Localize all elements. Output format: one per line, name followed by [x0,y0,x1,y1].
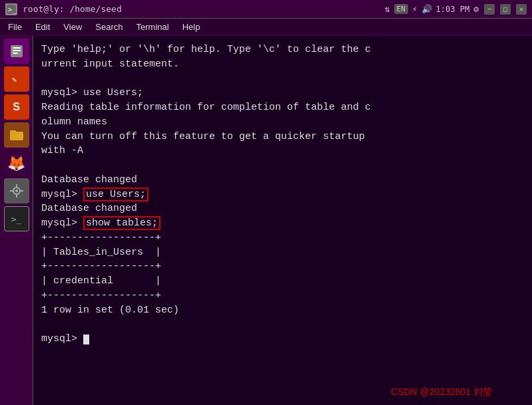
terminal-line-3: mysql> use Users; [41,86,524,100]
sidebar-firefox-icon[interactable]: 🦊 [4,150,29,176]
settings-tray-icon[interactable]: ⚙ [473,4,479,14]
svg-rect-4 [13,50,21,51]
svg-rect-5 [13,53,18,54]
sidebar-editor-icon[interactable]: ✎ [4,67,29,92]
main-layout: ✎ S 🦊 >_ Type 'help;' or '\h [0,36,532,405]
highlight-use-users: use Users; [83,188,148,202]
maximize-button[interactable]: □ [500,4,511,15]
terminal-line-12: +------------------+ [41,231,524,245]
cursor-block [83,335,89,344]
menu-search[interactable]: Search [90,21,128,33]
terminal-line-7: with -A [41,144,524,158]
svg-rect-9 [10,130,16,133]
svg-point-11 [15,190,18,192]
terminal-line-15: | credential | [41,274,524,289]
terminal-line-blank-1 [41,72,524,86]
menu-terminal[interactable]: Terminal [131,21,174,33]
sidebar: ✎ S 🦊 >_ [0,36,33,405]
menubar: File Edit View Search Terminal Help [0,19,532,36]
svg-text:>_: >_ [8,6,16,14]
menu-help[interactable]: Help [177,21,206,33]
terminal-line-2: urrent input statement. [41,57,524,72]
sidebar-settings-icon[interactable] [4,178,29,203]
sidebar-files-icon[interactable] [4,39,29,64]
titlebar-right: ⇅ EN ⚡ 🔊 1:03 PM ⚙ − □ ✕ [385,4,527,15]
terminal-line-11: mysql> show tables; [41,216,524,231]
sidebar-database-icon[interactable]: S [4,94,29,120]
terminal-line-4: Reading table information for completion… [41,100,524,115]
close-button[interactable]: ✕ [516,4,527,15]
system-tray: ⇅ EN ⚡ 🔊 1:03 PM ⚙ [385,4,479,14]
sidebar-folder-icon[interactable] [4,122,29,148]
terminal-line-blank-2 [41,158,524,173]
terminal-line-17: 1 row in set (0.01 sec) [41,303,524,318]
terminal-line-9: mysql> use Users; [41,188,524,202]
sidebar-terminal-icon[interactable]: >_ [4,206,29,231]
terminal-line-5: olumn names [41,115,524,130]
titlebar-left: >_ root@ly: /home/seed [5,3,122,15]
app-icon: >_ [5,3,17,15]
terminal-window[interactable]: Type 'help;' or '\h' for help. Type '\c'… [33,36,532,405]
menu-edit[interactable]: Edit [30,21,55,33]
terminal-prompt: mysql> [41,332,524,346]
menu-view[interactable]: View [58,21,87,33]
titlebar: >_ root@ly: /home/seed ⇅ EN ⚡ 🔊 1:03 PM … [0,0,532,19]
window-title: root@ly: /home/seed [23,4,122,14]
lang-badge[interactable]: EN [394,4,408,14]
terminal-line-10: Database changed [41,202,524,216]
terminal-line-8: Database changed [41,173,524,188]
terminal-line-blank-3 [41,317,524,332]
minimize-button[interactable]: − [484,4,495,15]
watermark: CSDN @20232801 刘莹 [391,385,492,398]
terminal-line-1: Type 'help;' or '\h' for help. Type '\c'… [41,43,524,57]
network-icon: ⇅ [385,4,390,14]
highlight-show-tables: show tables; [83,216,160,230]
time-display: 1:03 PM [436,5,470,14]
svg-text:✎: ✎ [12,75,17,84]
menu-file[interactable]: File [3,21,27,33]
svg-rect-3 [13,47,21,49]
terminal-line-16: +------------------+ [41,289,524,303]
terminal-line-14: +------------------+ [41,259,524,274]
bluetooth-icon: ⚡ [412,4,417,14]
terminal-line-6: You can turn off this feature to get a q… [41,130,524,144]
volume-icon: 🔊 [421,4,432,14]
terminal-line-13: | Tables_in_Users | [41,245,524,260]
